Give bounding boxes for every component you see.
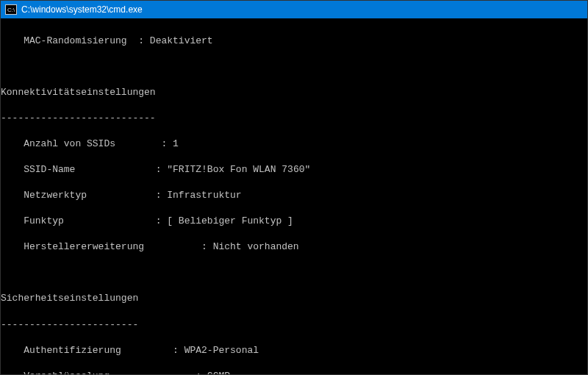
cmd-icon: C:\ xyxy=(5,4,17,15)
encryption-value: CCMP xyxy=(207,371,230,375)
ssid-name-value: "FRITZ!Box Fon WLAN 7360" xyxy=(167,164,310,175)
section-header-connectivity: Konnektivitätseinstellungen xyxy=(1,86,587,99)
output-line: SSID-Name : "FRITZ!Box Fon WLAN 7360" xyxy=(1,163,587,176)
vendor-ext-value: Nicht vorhanden xyxy=(213,241,299,252)
ssid-count-value: 1 xyxy=(173,138,179,149)
terminal-output[interactable]: MAC-Randomisierung : Deaktiviert Konnekt… xyxy=(1,18,587,375)
output-line: Funktyp : [ Beliebiger Funktyp ] xyxy=(1,215,587,228)
output-line: Herstellererweiterung : Nicht vorhanden xyxy=(1,240,587,254)
section-separator: --------------------------- xyxy=(1,112,587,125)
window-title: C:\windows\system32\cmd.exe xyxy=(21,4,143,15)
titlebar[interactable]: C:\ C:\windows\system32\cmd.exe xyxy=(1,1,587,18)
output-line: MAC-Randomisierung : Deaktiviert xyxy=(1,35,587,48)
network-type-value: Infrastruktur xyxy=(167,190,241,201)
radio-type-value: [ Beliebiger Funktyp ] xyxy=(167,215,293,226)
auth-value: WPA2-Personal xyxy=(184,345,259,356)
output-line: Netzwerktyp : Infrastruktur xyxy=(1,189,587,202)
output-line: Authentifizierung : WPA2-Personal xyxy=(1,344,587,357)
blank-line xyxy=(1,266,587,279)
output-line: Anzahl von SSIDs : 1 xyxy=(1,138,587,151)
section-separator: ------------------------ xyxy=(1,318,587,332)
blank-line xyxy=(1,60,587,74)
section-header-security: Sicherheitseinstellungen xyxy=(1,292,587,305)
output-line: Verschlüsselung : CCMP xyxy=(1,370,587,375)
mac-randomization-value: Deaktiviert xyxy=(150,35,213,46)
